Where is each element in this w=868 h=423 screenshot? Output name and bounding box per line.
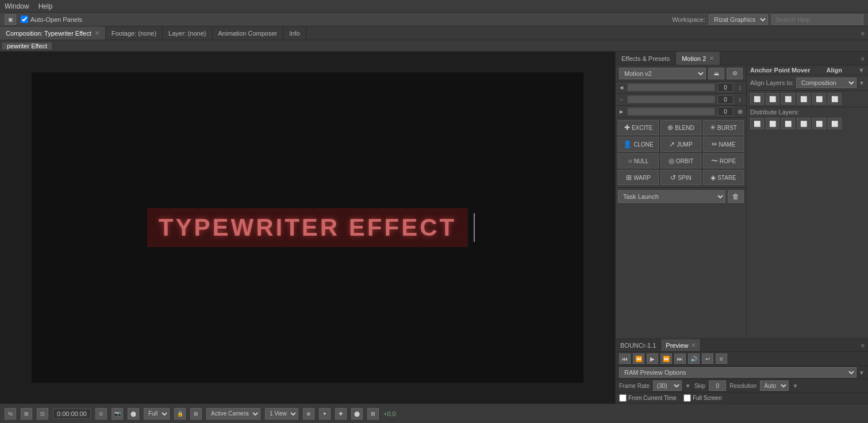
btn-blend[interactable]: ⊕ BLEND (660, 120, 701, 135)
slider-y-track[interactable] (627, 95, 715, 103)
workspace-select[interactable]: Rizat Graphics (709, 14, 768, 25)
preview-play-btn[interactable]: ▶ (647, 353, 658, 364)
search-input[interactable] (771, 14, 863, 25)
menu-window[interactable]: Window (5, 2, 29, 10)
dist-vcenter-btn[interactable]: ⬜ (812, 118, 826, 129)
preview-start-btn[interactable]: ⏮ (619, 353, 631, 364)
color-btn[interactable]: ⬤ (128, 408, 139, 420)
btn-warp[interactable]: ⊞ WARP (618, 170, 659, 185)
dist-left-btn[interactable]: ⬜ (750, 118, 764, 129)
frame-rate-select[interactable]: (30) (653, 380, 682, 391)
motion-version-select[interactable]: Motion v2 (619, 68, 706, 79)
view-select[interactable]: 1 View (265, 408, 298, 420)
panel-tab-menu[interactable]: ≡ (858, 52, 868, 65)
slider-y-arrow[interactable]: ↔ (618, 96, 625, 103)
toolbar-icon-1[interactable]: ▣ (5, 14, 16, 25)
tab-layer[interactable]: Layer: (none) (163, 26, 212, 40)
btn-null[interactable]: ○ NULL (618, 153, 659, 168)
dist-top-btn[interactable]: ⬜ (797, 118, 811, 129)
task-launch-select[interactable]: Task Launch (618, 190, 725, 203)
tab-composition-close[interactable]: ✕ (95, 30, 99, 36)
tab-menu[interactable]: ≡ (858, 26, 868, 40)
preview-fwd-btn[interactable]: ⏩ (660, 353, 672, 364)
tool-btn-5[interactable]: ⊠ (367, 408, 379, 420)
align-top-btn[interactable]: ⬜ (797, 93, 811, 105)
btn-stare[interactable]: ◈ STARE (703, 170, 744, 185)
motion-mountains-btn[interactable]: ⛰ (708, 68, 724, 79)
burst-icon: ✳ (710, 124, 716, 132)
playback-btn-1[interactable]: % (5, 408, 16, 420)
align-to-label: Align Layers to: (750, 79, 794, 86)
tool-btn-3[interactable]: ✚ (335, 408, 347, 420)
slider-z-arrow[interactable]: ▶ (618, 108, 625, 115)
btn-clone[interactable]: 👤 CLONE (618, 137, 659, 152)
grid-btn[interactable]: ⊞ (190, 408, 202, 420)
preview-options-select[interactable]: RAM Preview Options (619, 367, 857, 378)
from-current-time-checkbox[interactable] (619, 394, 627, 402)
playback-btn-2[interactable]: ⊞ (21, 408, 32, 420)
align-hcenter-btn[interactable]: ⬜ (766, 93, 779, 105)
dist-hcenter-btn[interactable]: ⬜ (766, 118, 779, 129)
lock-btn[interactable]: 🔒 (174, 408, 186, 420)
tab-preview-close[interactable]: ✕ (691, 342, 696, 348)
tool-btn-1[interactable]: ⊕ (303, 408, 314, 420)
align-bottom-btn[interactable]: ⬜ (828, 93, 842, 105)
preview-audio-btn[interactable]: 🔊 (688, 353, 700, 364)
tab-effects-presets[interactable]: Effects & Presets (616, 52, 676, 65)
dist-right-btn[interactable]: ⬜ (781, 118, 795, 129)
slider-x-track[interactable] (627, 83, 715, 91)
align-left-btn[interactable]: ⬜ (750, 93, 764, 105)
full-screen-checkbox[interactable] (683, 394, 691, 402)
align-vcenter-btn[interactable]: ⬜ (812, 93, 826, 105)
preview-loop-btn[interactable]: ↩ (702, 353, 713, 364)
quality-select[interactable]: Full (144, 408, 170, 420)
tab-motion2[interactable]: Motion 2 ✕ (676, 52, 720, 65)
skip-input[interactable] (709, 380, 726, 391)
playback-btn-3[interactable]: ⊡ (37, 408, 48, 420)
slider-x-arrow[interactable]: ◀ (618, 84, 625, 91)
align-right-btn[interactable]: ⬜ (781, 93, 795, 105)
dist-bottom-btn[interactable]: ⬜ (828, 118, 842, 129)
btn-orbit[interactable]: ◎ ORBIT (660, 153, 701, 168)
rope-icon: 〜 (711, 156, 718, 166)
preview-options-expand[interactable]: ▼ (859, 370, 865, 376)
tab-info[interactable]: Info (283, 26, 306, 40)
btn-rope[interactable]: 〜 ROPE (703, 153, 744, 168)
camera-btn[interactable]: 📷 (112, 408, 123, 420)
tab-motion2-close[interactable]: ✕ (709, 55, 714, 61)
menu-help[interactable]: Help (39, 2, 53, 10)
tool-btn-2[interactable]: ✦ (319, 408, 331, 420)
tab-anim-composer[interactable]: Animation Composer (213, 26, 284, 40)
slider-z-track[interactable] (627, 107, 715, 116)
tab-bouncr[interactable]: BOUNCr-1.1 (616, 339, 661, 351)
tab-composition[interactable]: Composition: Typewriter Effect ✕ (0, 26, 106, 40)
btn-name[interactable]: ✏ NAME (703, 137, 744, 152)
preview-back-btn[interactable]: ⏪ (633, 353, 644, 364)
btn-jump[interactable]: ↗ JUMP (660, 137, 701, 152)
frame-btn[interactable]: ⊙ (95, 408, 107, 420)
btn-burst[interactable]: ✳ BURST (703, 120, 744, 135)
motion-settings-btn[interactable]: ⚙ (727, 68, 743, 79)
frame-rate-expand[interactable]: ▼ (685, 383, 691, 389)
btn-excite[interactable]: ✚ EXCITE (618, 120, 659, 135)
tab-footage[interactable]: Footage: (none) (106, 26, 163, 40)
preview-tab-menu[interactable]: ≡ (858, 339, 868, 351)
tab-preview[interactable]: Preview ✕ (661, 339, 701, 351)
preview-settings-btn[interactable]: ≡ (716, 353, 727, 364)
align-to-expand[interactable]: ▼ (859, 80, 865, 86)
align-to-select[interactable]: Composition (796, 78, 857, 88)
secondary-tab-comp[interactable]: pewriter Effect (2, 43, 52, 49)
camera-select[interactable]: Active Camera (206, 408, 260, 420)
btn-spin[interactable]: ↺ SPIN (660, 170, 701, 185)
align-expand-btn[interactable]: ▼ (858, 67, 865, 74)
auto-open-checkbox[interactable] (21, 16, 28, 23)
preview-end-btn[interactable]: ⏭ (674, 353, 686, 364)
secondary-tab-bar: pewriter Effect (0, 40, 868, 52)
resolution-expand[interactable]: ▼ (792, 383, 798, 389)
task-trash-btn[interactable]: 🗑 (728, 190, 744, 203)
preview-rate-row: Frame Rate (30) ▼ Skip Resolution Auto ▼ (616, 379, 868, 393)
resolution-select[interactable]: Auto (760, 380, 789, 391)
comp-canvas: TYPEWRITER EFFECT (32, 72, 583, 383)
tool-btn-4[interactable]: ⬤ (351, 408, 363, 420)
motion-buttons-grid: ✚ EXCITE ⊕ BLEND ✳ BURST 👤 CLONE (616, 118, 746, 187)
